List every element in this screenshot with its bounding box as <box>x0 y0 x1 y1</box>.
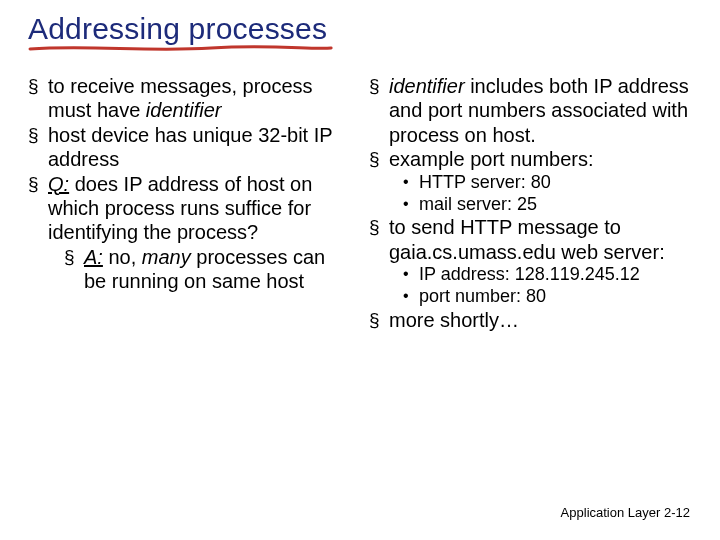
slide-title: Addressing processes <box>28 12 327 46</box>
footer-label: Application Layer <box>561 505 661 520</box>
left-bullet-2: host device has unique 32-bit IP address <box>28 123 351 172</box>
q-label: Q: <box>48 173 69 195</box>
text: HTTP server: 80 <box>419 172 551 192</box>
content-columns: to receive messages, process must have i… <box>28 74 692 333</box>
right-bullet-3: to send HTTP message to gaia.cs.umass.ed… <box>369 215 692 264</box>
right-bullet-1: identifier includes both IP address and … <box>369 74 692 147</box>
text-italic: many <box>142 246 191 268</box>
text: example port numbers: <box>389 148 594 170</box>
right-bullet-4: more shortly… <box>369 308 692 332</box>
right-bullet-2-dot-1: HTTP server: 80 <box>403 172 692 194</box>
left-bullet-3: Q: does IP address of host on which proc… <box>28 172 351 245</box>
text: host device has unique 32-bit IP address <box>48 124 332 170</box>
text: to send HTTP message to gaia.cs.umass.ed… <box>389 216 665 262</box>
footer-page: 2-12 <box>664 505 690 520</box>
a-label: A: <box>84 246 103 268</box>
right-bullet-3-dot-1: IP address: 128.119.245.12 <box>403 264 692 286</box>
text: IP address: 128.119.245.12 <box>419 264 640 284</box>
slide-title-wrap: Addressing processes <box>28 12 327 46</box>
text: does IP address of host on which process… <box>48 173 312 244</box>
left-bullet-1: to receive messages, process must have i… <box>28 74 351 123</box>
text: mail server: 25 <box>419 194 537 214</box>
right-bullet-2-dot-2: mail server: 25 <box>403 194 692 216</box>
text-italic: identifier <box>389 75 465 97</box>
text: port number: 80 <box>419 286 546 306</box>
right-bullet-2: example port numbers: <box>369 147 692 171</box>
right-column: identifier includes both IP address and … <box>369 74 692 333</box>
left-column: to receive messages, process must have i… <box>28 74 351 333</box>
text-italic: identifier <box>146 99 222 121</box>
right-bullet-3-dot-2: port number: 80 <box>403 286 692 308</box>
text: more shortly… <box>389 309 519 331</box>
left-bullet-3-sub: A: no, many processes can be running on … <box>64 245 351 294</box>
text: no, <box>103 246 142 268</box>
slide-footer: Application Layer 2-12 <box>561 505 690 520</box>
